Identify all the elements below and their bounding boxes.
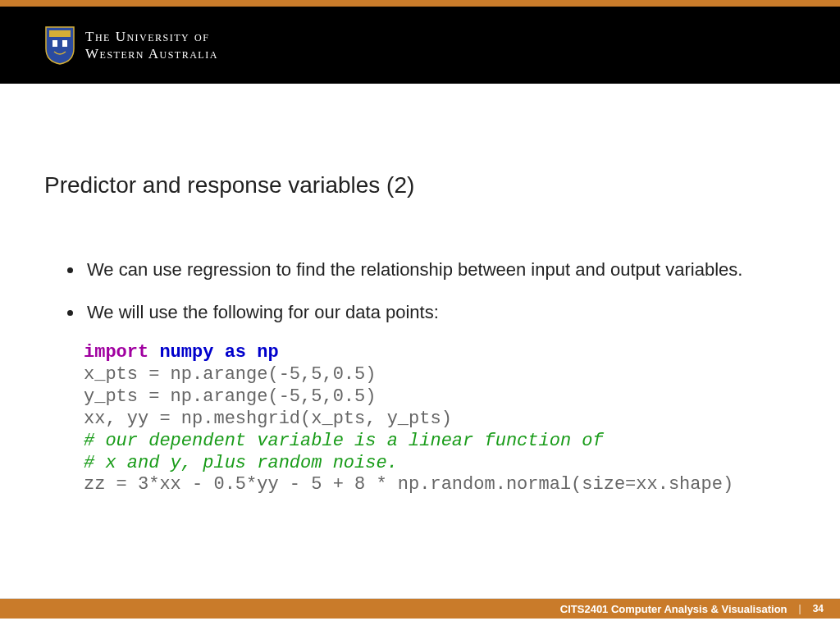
university-name: The University of Western Australia bbox=[85, 28, 218, 63]
slide-footer: CITS2401 Computer Analysis & Visualisati… bbox=[0, 599, 840, 619]
bullet-item: We will use the following for our data p… bbox=[84, 300, 796, 325]
university-name-line2: Western Australia bbox=[85, 45, 218, 62]
code-comment: # x and y, plus random noise. bbox=[84, 453, 398, 473]
svg-rect-0 bbox=[49, 30, 71, 37]
code-block: import numpy as np x_pts = np.arange(-5,… bbox=[84, 342, 796, 496]
svg-rect-1 bbox=[52, 40, 57, 47]
code-line: y_pts = np.arange(-5,5,0.5) bbox=[84, 386, 376, 407]
university-crest-icon bbox=[44, 25, 75, 65]
footer-course-code: CITS2401 Computer Analysis & Visualisati… bbox=[560, 603, 788, 615]
code-keyword-numpy: numpy bbox=[159, 342, 213, 363]
code-keyword-import: import bbox=[84, 342, 148, 363]
code-comment: # our dependent variable is a linear fun… bbox=[84, 431, 604, 451]
slide-title: Predictor and response variables (2) bbox=[44, 172, 796, 199]
top-accent-bar bbox=[0, 0, 840, 7]
footer-separator: | bbox=[799, 603, 801, 614]
code-keyword-np: np bbox=[257, 342, 278, 363]
svg-rect-2 bbox=[62, 40, 67, 47]
slide-header: The University of Western Australia bbox=[0, 7, 840, 84]
university-name-line1: The University of bbox=[85, 28, 218, 45]
code-line: xx, yy = np.meshgrid(x_pts, y_pts) bbox=[84, 409, 452, 429]
bullet-item: We can use regression to find the relati… bbox=[84, 258, 796, 282]
bullet-list: We can use regression to find the relati… bbox=[44, 258, 796, 324]
slide-content: Predictor and response variables (2) We … bbox=[0, 84, 840, 496]
code-keyword-as: as bbox=[225, 342, 246, 363]
footer-page-number: 34 bbox=[813, 603, 824, 614]
code-line: zz = 3*xx - 0.5*yy - 5 + 8 * np.random.n… bbox=[84, 474, 733, 495]
code-line: x_pts = np.arange(-5,5,0.5) bbox=[84, 364, 376, 385]
